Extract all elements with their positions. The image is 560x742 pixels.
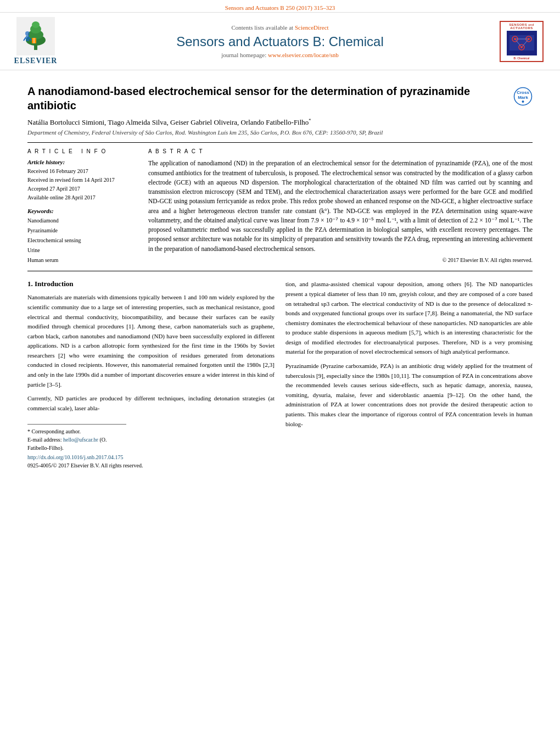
doi-line: http://dx.doi.org/10.1016/j.snb.2017.04.… [27,454,275,460]
elsevier-tree-icon [16,17,55,55]
sensors-logo-img: SENSORS andACTUATORS B: Chemical [501,22,542,61]
received-date: Received 16 February 2017 [27,167,137,176]
authors: Natália Bortolucci Simioni, Tiago Almeid… [27,118,533,127]
svg-point-6 [25,31,30,36]
body-left-para2: Currently, ND particles are produced by … [27,394,275,413]
svg-rect-7 [26,36,29,41]
svg-point-26 [522,101,524,103]
keyword-electrochemical: Electrochemical sensing [27,236,137,246]
journal-name: Sensors and Actuators B: Chemical [60,34,500,49]
article-history-block: Article history: Received 16 February 20… [27,159,137,202]
body-right-col: tion, and plasma-assisted chemical vapou… [285,280,533,470]
footnote-area: * Corresponding author. E-mail address: … [27,424,126,452]
article-info-heading: A R T I C L E I N F O [27,148,137,154]
article-title-section: A nanodiamond-based electrochemical sens… [27,79,533,113]
svg-text:Mark: Mark [518,95,528,100]
abstract-text: The application of nanodiamond (ND) in t… [148,159,533,254]
page-container: Sensors and Actuators B 250 (2017) 315–3… [0,0,560,478]
section1-title: 1. Introduction [27,280,275,288]
article-info-abstract-row: A R T I C L E I N F O Article history: R… [27,148,533,265]
journal-reference-bar: Sensors and Actuators B 250 (2017) 315–3… [0,0,560,12]
footnote-email: E-mail address: hello@ufscar.br (O. Fati… [27,436,126,452]
article-history-label: Article history: [27,159,137,165]
svg-point-22 [520,46,523,48]
svg-point-5 [32,21,40,28]
abstract-heading: A B S T R A C T [148,148,533,154]
body-two-col: 1. Introduction Nanomaterials are materi… [27,280,533,470]
accepted-date: Accepted 27 April 2017 [27,185,137,193]
keyword-pyrazinamide: Pyrazinamide [27,226,137,236]
section-divider-top [27,142,533,143]
sensors-circuit-icon [507,31,537,55]
elsevier-wordmark: ELSEVIER [14,57,58,65]
contents-line: Contents lists available at ScienceDirec… [60,24,500,31]
journal-url-link[interactable]: www.elsevier.com/locate/snb [268,52,339,58]
svg-point-20 [514,38,516,40]
keywords-block: Keywords: Nanodiamond Pyrazinamide Elect… [27,208,137,265]
article-info-col: A R T I C L E I N F O Article history: R… [27,148,137,265]
keywords-label: Keywords: [27,208,137,214]
body-right-para2: Pyrazinamide (Pyrazine carboxamide, PZA)… [285,361,533,429]
affiliation: Department of Chemistry, Federal Univers… [27,129,533,136]
keyword-urine: Urine [27,246,137,255]
journal-homepage: journal homepage: www.elsevier.com/locat… [60,52,500,58]
copyright-line: © 2017 Elsevier B.V. All rights reserved… [148,257,533,263]
sensors-logo-top: SENSORS andACTUATORS [509,23,534,30]
abstract-col: A B S T R A C T The application of nanod… [148,148,533,265]
journal-reference-text: Sensors and Actuators B 250 (2017) 315–3… [225,4,335,11]
email-link[interactable]: hello@ufscar.br [63,437,99,443]
sensors-logo-bottom: B: Chemical [514,57,530,60]
body-left-para1: Nanomaterials are materials with dimensi… [27,293,275,389]
svg-text:Cross: Cross [517,90,529,95]
body-right-para1: tion, and plasma-assisted chemical vapou… [285,280,533,357]
issn-line: 0925-4005/© 2017 Elsevier B.V. All right… [27,461,275,470]
article-title: A nanodiamond-based electrochemical sens… [27,84,513,113]
keyword-humanserum: Human serum [27,255,137,265]
available-date: Available online 28 April 2017 [27,193,137,202]
section-divider-bottom [27,271,533,271]
sciencedirect-link[interactable]: ScienceDirect [295,24,329,31]
article-content: A nanodiamond-based electrochemical sens… [0,70,560,478]
footnote-corresponding: * Corresponding author. [27,427,126,436]
svg-point-21 [528,38,530,40]
sensors-actuators-logo: SENSORS andACTUATORS B: Chemical [500,21,544,62]
keyword-nanodiamond: Nanodiamond [27,216,137,226]
journal-title-center: Contents lists available at ScienceDirec… [60,24,500,58]
body-left-col: 1. Introduction Nanomaterials are materi… [27,280,275,470]
elsevier-logo: ELSEVIER [11,17,60,65]
doi-link[interactable]: http://dx.doi.org/10.1016/j.snb.2017.04.… [27,454,124,460]
journal-header: ELSEVIER Contents lists available at Sci… [0,12,560,70]
revised-date: Received in revised form 14 April 2017 [27,176,137,185]
crossmark-icon[interactable]: Cross Mark [513,87,533,106]
